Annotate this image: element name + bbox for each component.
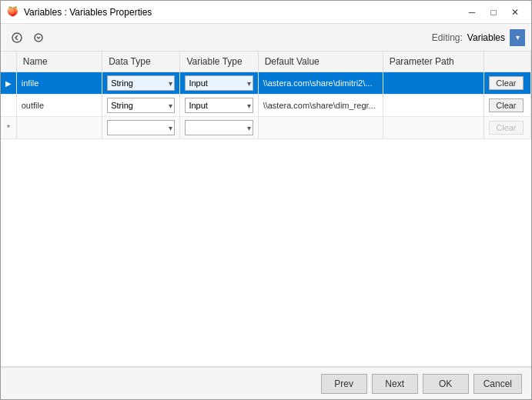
back-button[interactable] <box>7 28 27 48</box>
col-indicator <box>1 52 16 72</box>
ok-button[interactable]: OK <box>423 374 469 394</box>
vartype-cell-new[interactable]: Input Output Local <box>180 117 258 139</box>
datatype-cell-new[interactable]: String Integer Float Boolean Date <box>102 117 180 139</box>
table-header-row: Name Data Type Variable Type Default Val… <box>1 52 531 72</box>
window-controls: ─ □ ✕ <box>462 5 525 20</box>
col-param-header: Parameter Path <box>383 52 484 72</box>
toolbar: Editing: Variables ▾ <box>1 24 531 52</box>
default-cell[interactable]: \\astera.com\share\dim_regr... <box>258 95 383 117</box>
table-body: ▶ infile String Integer Float <box>1 72 531 139</box>
table-row-new[interactable]: * String Integer Float <box>1 117 531 139</box>
datatype-select-wrapper: String Integer Float Boolean Date <box>107 98 175 113</box>
col-name-header: Name <box>16 52 102 72</box>
editing-bar: Editing: Variables ▾ <box>432 29 525 46</box>
param-cell[interactable] <box>383 72 484 95</box>
datatype-select-wrapper: String Integer Float Boolean Date <box>107 75 175 91</box>
vartype-select-row1[interactable]: Input Output Local <box>185 98 253 113</box>
minimize-button[interactable]: ─ <box>462 5 482 20</box>
default-cell-new[interactable] <box>258 117 383 139</box>
editing-label: Editing: <box>432 32 463 43</box>
col-vartype-header: Variable Type <box>180 52 258 72</box>
param-cell[interactable] <box>383 95 484 117</box>
title-bar: 🍑 Variables : Variables Properties ─ □ ✕ <box>1 1 531 24</box>
table-row[interactable]: ▶ infile String Integer Float <box>1 72 531 95</box>
clear-cell[interactable]: Clear <box>484 72 531 95</box>
main-window: 🍑 Variables : Variables Properties ─ □ ✕… <box>0 0 532 400</box>
clear-cell[interactable]: Clear <box>484 95 531 117</box>
clear-button-row0[interactable]: Clear <box>489 76 523 90</box>
back-icon <box>12 32 22 43</box>
param-cell-new[interactable] <box>383 117 484 139</box>
vartype-select-wrapper: Input Output Local <box>185 75 253 91</box>
vartype-select-row2[interactable]: Input Output Local <box>185 120 253 135</box>
table-row[interactable]: outfile String Integer Float Boolean Dat… <box>1 95 531 117</box>
maximize-button[interactable]: □ <box>483 5 504 20</box>
variables-table: Name Data Type Variable Type Default Val… <box>1 52 531 139</box>
editing-value: Variables <box>467 32 505 43</box>
next-button[interactable]: Next <box>372 374 418 394</box>
vartype-select-wrapper-new: Input Output Local <box>185 120 253 135</box>
table-container: Name Data Type Variable Type Default Val… <box>1 52 531 367</box>
col-clear-header <box>484 52 531 72</box>
row-indicator: * <box>1 117 16 139</box>
datatype-select-row0[interactable]: String Integer Float Boolean Date <box>107 75 175 91</box>
datatype-cell[interactable]: String Integer Float Boolean Date <box>102 95 180 117</box>
row-indicator <box>1 95 16 117</box>
vartype-cell[interactable]: Input Output Local <box>180 72 258 95</box>
main-content: Name Data Type Variable Type Default Val… <box>1 52 531 367</box>
datatype-select-wrapper-new: String Integer Float Boolean Date <box>107 120 175 135</box>
datatype-select-row2[interactable]: String Integer Float Boolean Date <box>107 120 175 135</box>
cancel-button[interactable]: Cancel <box>473 374 522 394</box>
editing-dropdown-button[interactable]: ▾ <box>510 29 525 46</box>
datatype-select-row1[interactable]: String Integer Float Boolean Date <box>107 98 175 113</box>
vartype-select-wrapper: Input Output Local <box>185 98 253 113</box>
clear-button-row2[interactable]: Clear <box>489 121 523 135</box>
row-indicator: ▶ <box>1 72 16 95</box>
col-default-header: Default Value <box>258 52 383 72</box>
name-cell[interactable]: outfile <box>16 95 102 117</box>
vartype-cell[interactable]: Input Output Local <box>180 95 258 117</box>
window-title: Variables : Variables Properties <box>24 7 462 18</box>
clear-cell-new[interactable]: Clear <box>484 117 531 139</box>
app-icon: 🍑 <box>7 6 19 18</box>
prev-button[interactable]: Prev <box>321 374 367 394</box>
name-cell-new[interactable] <box>16 117 102 139</box>
default-cell[interactable]: \\astera.com\share\dimitri2\... <box>258 72 383 95</box>
footer: Prev Next OK Cancel <box>1 367 531 399</box>
col-datatype-header: Data Type <box>102 52 180 72</box>
close-button[interactable]: ✕ <box>505 5 525 20</box>
dropdown-button[interactable] <box>28 28 49 48</box>
clear-button-row1[interactable]: Clear <box>489 98 523 112</box>
dropdown-icon <box>34 33 43 42</box>
svg-point-0 <box>12 33 22 42</box>
datatype-cell[interactable]: String Integer Float Boolean Date <box>102 72 180 95</box>
vartype-select-row0[interactable]: Input Output Local <box>185 75 253 91</box>
name-cell[interactable]: infile <box>16 72 102 95</box>
